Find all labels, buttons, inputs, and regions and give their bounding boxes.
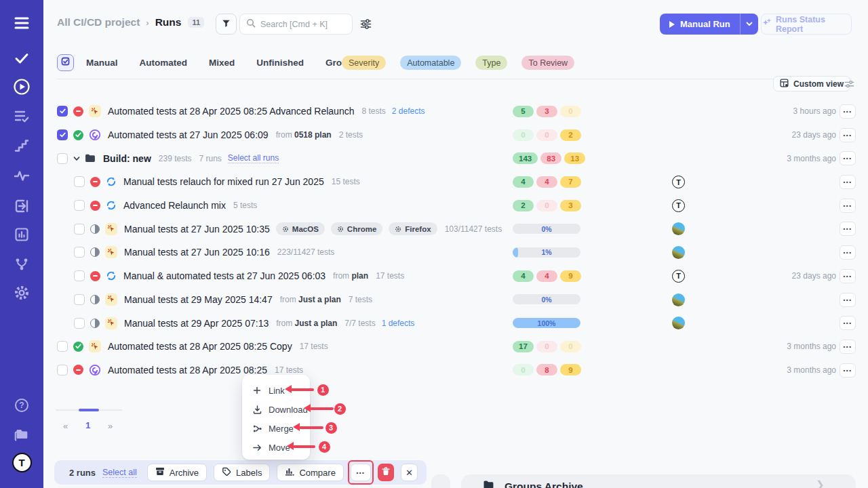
row-menu-button[interactable]: ••• [840,293,856,307]
row-menu-button[interactable]: ••• [840,175,856,189]
tab-unfinished[interactable]: Unfinished [256,58,304,68]
sidebar-item-integrations[interactable] [0,255,43,274]
breadcrumb-project[interactable]: All CI/CD project [57,16,140,28]
run-title[interactable]: Automated tests at 28 Apr 2025 08:25 Adv… [108,106,354,117]
search-box[interactable] [239,14,353,35]
row-checkbox[interactable] [57,341,68,352]
row-checkbox[interactable] [74,247,85,258]
menu-item-move[interactable]: Move [242,438,310,457]
search-settings-icon[interactable] [360,18,372,33]
run-title[interactable]: Manual & automated tests at 27 Jun 2025 … [123,270,326,281]
environment-avatar[interactable] [672,222,685,235]
sidebar-item-settings-gear[interactable] [0,283,43,302]
environment-avatar[interactable] [672,293,685,306]
row-checkbox[interactable] [74,224,85,235]
sidebar-item-projects-folder[interactable] [0,426,43,445]
sidebar-item-reports[interactable] [0,225,43,244]
environment-avatar[interactable] [672,317,685,329]
row-menu-button[interactable]: ••• [840,128,856,142]
row-menu-button[interactable]: ••• [840,340,856,354]
groups-archive-panel[interactable]: Groups Archive ❯ [461,474,856,488]
blocked-pill: 3 [560,200,581,211]
sidebar-item-requirements[interactable] [0,197,43,216]
menu-item-merge[interactable]: Merge [242,419,310,438]
run-title[interactable]: Advanced Relaunch mix [123,200,226,211]
select-all-link[interactable]: Select all [102,468,137,478]
chevron-down-icon[interactable] [73,155,81,163]
delete-button[interactable] [378,464,394,481]
row-checkbox[interactable] [74,176,85,187]
custom-view-button[interactable]: Custom view [773,76,850,92]
sidebar-item-tests-check[interactable] [0,49,43,68]
sidebar-item-milestones[interactable] [0,136,43,155]
run-defects-link[interactable]: 2 defects [392,106,425,116]
archive-button[interactable]: Archive [147,464,207,481]
run-title[interactable]: Manual tests at 27 Jun 2025 10:16 [124,247,270,258]
sidebar-item-defects-pulse[interactable] [0,166,43,185]
run-tests-count: 5 tests [233,201,257,210]
row-menu-button[interactable]: ••• [840,363,856,378]
filter-badge-severity[interactable]: Severity [342,56,386,70]
row-checkbox[interactable] [74,200,85,211]
row-menu-button[interactable]: ••• [840,269,856,283]
sidebar-item-help[interactable]: ? [0,396,43,415]
run-title[interactable]: Manual tests relauch for mixed run 27 Ju… [123,176,324,187]
run-defects-link[interactable]: 1 defects [382,319,415,328]
run-title[interactable]: Manual tests at 27 Jun 2025 10:35 [124,224,270,235]
more-actions-button[interactable]: ••• [351,464,371,481]
row-menu-button[interactable]: ••• [840,151,856,165]
tab-manual[interactable]: Manual [86,58,118,68]
tab-automated[interactable]: Automated [140,58,188,68]
column-settings-icon[interactable] [844,79,854,92]
menu-item-link[interactable]: Link [242,381,310,400]
filter-badge-to-review[interactable]: To Review [521,56,574,70]
compare-button[interactable]: Compare [277,464,343,481]
environment-avatar-t[interactable]: T [672,176,685,188]
sidebar-item-runs-play[interactable] [0,77,43,96]
sidebar-item-profile-avatar[interactable]: T [0,453,43,472]
defects-pulse-icon [14,169,30,182]
labels-button[interactable]: Labels [214,464,270,481]
row-menu-button[interactable]: ••• [840,199,856,213]
pagination-next[interactable]: » [108,421,113,431]
manual-run-dropdown[interactable] [740,14,758,35]
filter-badge-type[interactable]: Type [475,56,507,70]
row-menu-button[interactable]: ••• [840,222,856,236]
row-checkbox[interactable] [57,129,68,140]
row-checkbox[interactable] [74,318,85,329]
run-title[interactable]: Manual tests at 29 Apr 2025 07:13 [124,318,269,329]
row-checkbox[interactable] [57,153,68,164]
select-all-visible-button[interactable] [57,54,74,71]
run-tests-count: 8 tests [361,106,385,116]
run-filter-tabs: ManualAutomatedMixedUnfinishedGroups [86,54,358,71]
row-menu-button[interactable]: ••• [840,316,856,330]
sidebar-item-test-plans[interactable] [0,106,43,125]
run-title[interactable]: Manual tests at 29 May 2025 14:47 [124,294,273,305]
run-title[interactable]: Automated tests at 28 Apr 2025 08:25 Cop… [108,341,292,352]
environment-avatar-t[interactable]: T [672,199,685,212]
row-menu-button[interactable]: ••• [840,245,856,260]
row-checkbox[interactable] [74,294,85,305]
run-title[interactable]: Build: new [103,153,151,164]
pagination-prev[interactable]: « [63,421,68,431]
run-title[interactable]: Automated tests at 27 Jun 2025 06:09 [108,129,269,140]
row-checkbox[interactable] [57,106,68,117]
select-all-runs-link[interactable]: Select all runs [228,153,279,163]
merge-icon [252,424,262,433]
environment-avatar[interactable] [672,246,685,259]
close-selection-bar-button[interactable]: ✕ [401,464,418,481]
manual-run-button[interactable]: Manual Run [660,14,740,35]
run-title[interactable]: Automated tests at 28 Apr 2025 08:25 [108,365,267,375]
pagination-page-1[interactable]: 1 [85,420,91,430]
search-input[interactable] [260,20,342,29]
filter-button[interactable] [216,14,237,35]
row-menu-button[interactable]: ••• [840,104,856,119]
menu-item-download[interactable]: Download [242,400,310,419]
runs-status-report-button[interactable]: Runs Status Report [761,14,852,35]
filter-badge-automatable[interactable]: Automatable [400,56,461,70]
environment-avatar-t[interactable]: T [672,270,685,283]
sidebar-item-menu[interactable] [0,14,43,33]
row-checkbox[interactable] [57,365,68,375]
row-checkbox[interactable] [74,270,85,281]
tab-mixed[interactable]: Mixed [209,58,235,68]
